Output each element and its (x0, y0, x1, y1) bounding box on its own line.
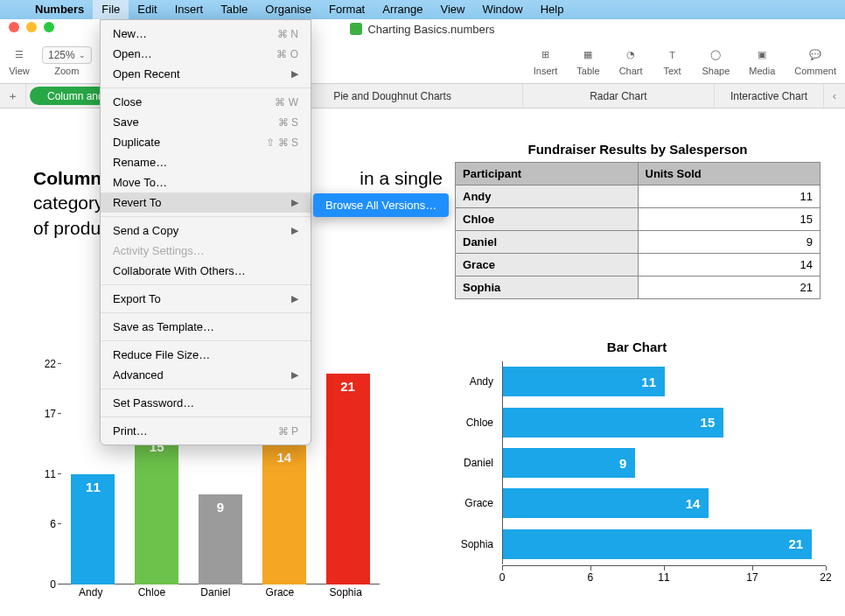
row-header[interactable]: Daniel (456, 231, 639, 254)
sheet-tab[interactable]: Radar Chart (523, 84, 715, 108)
menu-item[interactable]: Print…⌘ P (101, 421, 311, 441)
chevron-right-icon: ▶ (291, 197, 298, 208)
menu-item-label: Set Password… (113, 396, 194, 410)
chart-bar[interactable]: 9 (503, 448, 635, 478)
chart-bar[interactable]: 15 (135, 434, 178, 584)
menu-item-label: Open… (113, 47, 152, 60)
menu-item[interactable]: Duplicate⇧ ⌘ S (101, 132, 311, 152)
row-header[interactable]: Sophia (456, 276, 639, 299)
menu-item[interactable]: Rename… (101, 152, 311, 172)
app-menu[interactable]: Numbers (26, 0, 93, 19)
toolbar-insert[interactable]: ⊞Insert (534, 46, 558, 76)
row-header[interactable]: Chloe (456, 208, 639, 231)
menu-view[interactable]: View (431, 0, 473, 19)
toolbar-comment[interactable]: 💬Comment (794, 46, 836, 76)
toolbar-zoom[interactable]: 125% ⌄ Zoom (42, 46, 92, 76)
menu-item[interactable]: Save⌘ S (101, 112, 311, 132)
menu-item[interactable]: Send a Copy▶ (101, 220, 311, 241)
bar-chart[interactable]: Bar Chart AndyChloeDanielGraceSophia 111… (444, 340, 829, 602)
toolbar-shape[interactable]: ◯Shape (702, 46, 730, 76)
menu-item[interactable]: Revert To▶ (101, 192, 311, 213)
toolbar-text[interactable]: TText (662, 46, 683, 76)
chart-bar[interactable]: 14 (262, 444, 306, 584)
toolbar-media[interactable]: ▣Media (749, 46, 775, 76)
menu-item: Activity Settings… (101, 241, 311, 261)
menu-item[interactable]: Set Password… (101, 393, 311, 413)
cell-value[interactable]: 11 (638, 186, 821, 208)
table-row[interactable]: Andy11 (456, 186, 821, 208)
menu-arrange[interactable]: Arrange (374, 0, 431, 19)
menu-organise[interactable]: Organise (256, 0, 320, 19)
y-category-label: Andy (444, 375, 499, 388)
x-tick-label: 22 (820, 571, 831, 584)
menu-item[interactable]: Reduce File Size… (101, 345, 311, 365)
table-row[interactable]: Sophia21 (456, 276, 821, 299)
window-close-icon[interactable] (9, 22, 19, 32)
menu-item[interactable]: Move To… (101, 172, 311, 192)
cell-value[interactable]: 21 (638, 276, 821, 299)
chart-bar[interactable]: 21 (503, 529, 812, 559)
menu-table[interactable]: Table (212, 0, 256, 19)
menu-item[interactable]: Open…⌘ O (101, 44, 311, 64)
chart-bar[interactable]: 11 (503, 367, 665, 396)
y-category-label: Grace (444, 497, 499, 509)
column-header[interactable]: Units Sold (638, 163, 821, 186)
menu-shortcut: ⌘ S (278, 116, 298, 129)
window-minimise-icon[interactable] (26, 22, 37, 32)
comment-icon: 💬 (805, 46, 826, 64)
menu-item[interactable]: Save as Template… (101, 317, 311, 337)
window-zoom-icon[interactable] (44, 22, 54, 32)
toolbar-label: Media (749, 66, 775, 76)
table-title: Fundraiser Results by Salesperson (455, 142, 821, 157)
menu-help[interactable]: Help (532, 0, 573, 19)
toolbar-view[interactable]: ☰ View (9, 46, 30, 76)
zoom-dropdown[interactable]: 125% ⌄ (42, 46, 92, 64)
y-tick-label: 22 (45, 358, 56, 370)
bar-value-label: 15 (701, 415, 716, 430)
toolbar-chart[interactable]: ◔Chart (619, 46, 643, 76)
cell-value[interactable]: 15 (638, 208, 821, 231)
row-header[interactable]: Grace (456, 254, 639, 276)
menu-item-label: Rename… (113, 156, 167, 169)
menu-item-label: Duplicate (113, 136, 160, 149)
file-menu-dropdown: New…⌘ NOpen…⌘ OOpen Recent▶Close⌘ WSave⌘… (100, 19, 311, 445)
menu-item[interactable]: Collaborate With Others… (101, 261, 311, 281)
bar-value-label: 9 (217, 500, 224, 514)
menu-item[interactable]: Open Recent▶ (101, 64, 311, 84)
column-header[interactable]: Participant (456, 163, 639, 186)
cell-value[interactable]: 14 (638, 254, 821, 276)
insert-icon: ⊞ (535, 46, 556, 64)
data-table[interactable]: Fundraiser Results by Salesperson Partic… (455, 142, 821, 299)
table-row[interactable]: Chloe15 (456, 208, 821, 231)
y-category-label: Sophia (444, 538, 499, 550)
chart-bar[interactable]: 14 (503, 488, 709, 518)
menu-item[interactable]: New…⌘ N (101, 24, 311, 44)
row-header[interactable]: Andy (456, 186, 639, 208)
toolbar-label: Chart (619, 66, 643, 76)
menu-file[interactable]: File (93, 0, 129, 19)
menu-item[interactable]: Export To▶ (101, 289, 311, 309)
menu-insert[interactable]: Insert (166, 0, 213, 19)
toolbar-table[interactable]: ▦Table (576, 46, 599, 76)
browse-all-versions-item[interactable]: Browse All Versions… (313, 196, 449, 214)
chart-bar[interactable]: 9 (199, 494, 242, 584)
chart-bar[interactable]: 15 (503, 408, 723, 438)
menu-shortcut: ⌘ W (275, 96, 298, 108)
chart-bar[interactable]: 21 (326, 374, 370, 584)
menu-item-label: New… (113, 27, 147, 40)
menu-format[interactable]: Format (320, 0, 374, 19)
sheet-tab[interactable]: Interactive Chart (715, 84, 824, 108)
toolbar-label: Shape (702, 66, 730, 76)
cell-value[interactable]: 9 (638, 231, 821, 254)
chart-bar[interactable]: 11 (71, 474, 115, 584)
menu-item[interactable]: Close⌘ W (101, 92, 311, 112)
add-sheet-button[interactable]: ＋ (0, 84, 26, 108)
table-row[interactable]: Daniel9 (456, 231, 821, 254)
bar-value-label: 14 (686, 496, 701, 511)
menu-edit[interactable]: Edit (129, 0, 165, 19)
menu-window[interactable]: Window (473, 0, 531, 19)
menu-item[interactable]: Advanced▶ (101, 365, 311, 385)
sheet-scroll-left-icon[interactable]: ‹ (824, 84, 845, 108)
bar-value-label: 9 (619, 456, 626, 471)
table-row[interactable]: Grace14 (456, 254, 821, 276)
